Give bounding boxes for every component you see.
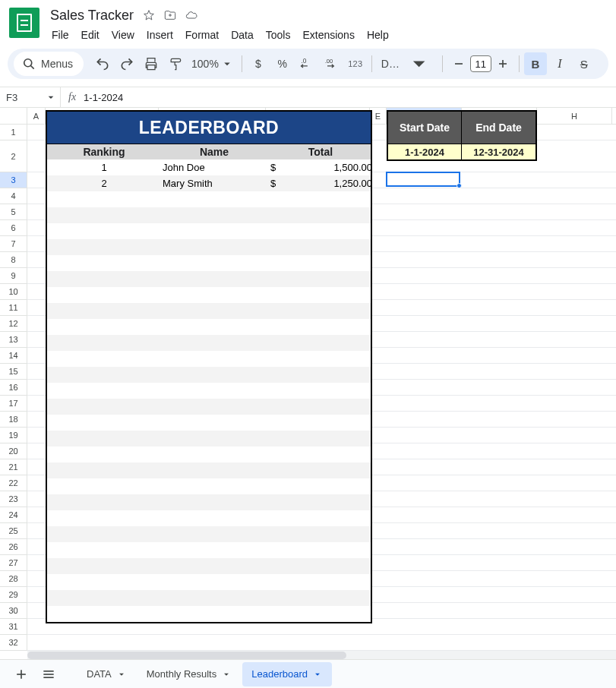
spreadsheet-grid[interactable]: ABCDEFGH 1234567891011121314151617181920… — [0, 108, 616, 658]
row-header-22[interactable]: 22 — [0, 475, 27, 491]
redo-button[interactable] — [115, 52, 138, 75]
search-menus[interactable]: Menus — [14, 52, 84, 76]
menu-tools[interactable]: Tools — [260, 26, 297, 44]
italic-button[interactable]: I — [548, 52, 571, 75]
leaderboard-row-empty[interactable] — [47, 399, 371, 415]
row-header-31[interactable]: 31 — [0, 619, 27, 635]
add-sheet-button[interactable] — [8, 662, 35, 686]
leaderboard-row-empty[interactable] — [47, 223, 371, 239]
decrease-font-button[interactable] — [447, 52, 470, 75]
leaderboard-row-empty[interactable] — [47, 239, 371, 255]
row-header-14[interactable]: 14 — [0, 348, 27, 364]
leaderboard-row-empty[interactable] — [47, 558, 371, 574]
leaderboard-row-empty[interactable] — [47, 431, 371, 447]
row-header-5[interactable]: 5 — [0, 204, 27, 220]
paint-format-button[interactable] — [164, 52, 187, 75]
leaderboard-row[interactable]: 2Mary Smith$1,250.00 — [47, 175, 371, 191]
leaderboard-row-empty[interactable] — [47, 478, 371, 494]
leaderboard-row-empty[interactable] — [47, 415, 371, 431]
row-header-4[interactable]: 4 — [0, 188, 27, 204]
row-header-20[interactable]: 20 — [0, 443, 27, 459]
row-header-1[interactable]: 1 — [0, 125, 27, 140]
menu-view[interactable]: View — [106, 26, 141, 44]
zoom-dropdown[interactable]: 100% — [188, 57, 237, 71]
column-header-E[interactable]: E — [370, 108, 387, 124]
start-date-cell[interactable]: 1-1-2024 — [388, 144, 462, 159]
leaderboard-row-empty[interactable] — [47, 574, 371, 590]
menu-insert[interactable]: Insert — [141, 26, 179, 44]
row-header-7[interactable]: 7 — [0, 236, 27, 252]
leaderboard-row-empty[interactable] — [47, 319, 371, 335]
menu-help[interactable]: Help — [361, 26, 395, 44]
increase-font-button[interactable] — [491, 52, 514, 75]
row-header-13[interactable]: 13 — [0, 332, 27, 348]
row-header-26[interactable]: 26 — [0, 539, 27, 555]
row-header-17[interactable]: 17 — [0, 396, 27, 412]
strikethrough-button[interactable]: S — [573, 52, 595, 75]
name-box[interactable]: F3 — [0, 87, 61, 107]
undo-button[interactable] — [91, 52, 114, 75]
row-header-30[interactable]: 30 — [0, 603, 27, 619]
move-icon[interactable] — [160, 5, 181, 26]
leaderboard-row-empty[interactable] — [47, 351, 371, 367]
formula-input[interactable]: 1-1-2024 — [84, 92, 123, 103]
percent-format-button[interactable]: % — [271, 52, 294, 75]
increase-decimal-button[interactable]: .00 — [320, 52, 343, 75]
leaderboard-row-empty[interactable] — [47, 542, 371, 558]
leaderboard-row-empty[interactable] — [47, 271, 371, 287]
row-header-28[interactable]: 28 — [0, 571, 27, 587]
star-icon[interactable] — [138, 5, 160, 26]
row-header-15[interactable]: 15 — [0, 364, 27, 380]
leaderboard-row-empty[interactable] — [47, 383, 371, 399]
font-size-input[interactable] — [470, 55, 491, 72]
cloud-icon[interactable] — [181, 5, 202, 26]
leaderboard-row-empty[interactable] — [47, 606, 371, 622]
row-header-2[interactable]: 2 — [0, 140, 27, 172]
leaderboard-row-empty[interactable] — [47, 526, 371, 542]
leaderboard-row-empty[interactable] — [47, 590, 371, 606]
sheet-tab-leaderboard[interactable]: Leaderboard — [242, 662, 332, 686]
menu-extensions[interactable]: Extensions — [296, 26, 360, 44]
leaderboard-row[interactable]: 1John Doe$1,500.00 — [47, 159, 371, 175]
menu-file[interactable]: File — [46, 26, 75, 44]
row-header-29[interactable]: 29 — [0, 587, 27, 603]
row-header-16[interactable]: 16 — [0, 380, 27, 396]
more-formats-button[interactable]: 123 — [344, 52, 367, 75]
leaderboard-row-empty[interactable] — [47, 191, 371, 207]
menu-format[interactable]: Format — [179, 26, 225, 44]
leaderboard-row-empty[interactable] — [47, 303, 371, 319]
menu-data[interactable]: Data — [225, 26, 260, 44]
leaderboard-row-empty[interactable] — [47, 207, 371, 223]
decrease-decimal-button[interactable]: .0 — [295, 52, 318, 75]
currency-format-button[interactable]: $ — [247, 52, 270, 75]
leaderboard-row-empty[interactable] — [47, 462, 371, 478]
sheet-tab-monthly-results[interactable]: Monthly Results — [137, 662, 241, 686]
row-header-18[interactable]: 18 — [0, 412, 27, 428]
font-family-dropdown[interactable]: Defaul... — [377, 49, 438, 77]
menu-edit[interactable]: Edit — [75, 26, 106, 44]
sheet-tab-data[interactable]: DATA — [77, 662, 136, 686]
leaderboard-row-empty[interactable] — [47, 335, 371, 351]
leaderboard-row-empty[interactable] — [47, 255, 371, 271]
row-header-3[interactable]: 3 — [0, 172, 27, 188]
column-header-A[interactable]: A — [27, 108, 46, 124]
horizontal-scrollbar[interactable] — [27, 650, 616, 659]
all-sheets-button[interactable] — [35, 662, 62, 686]
leaderboard-row-empty[interactable] — [47, 510, 371, 526]
leaderboard-row-empty[interactable] — [47, 287, 371, 303]
row-header-10[interactable]: 10 — [0, 284, 27, 300]
leaderboard-row-empty[interactable] — [47, 447, 371, 462]
sheets-logo[interactable] — [9, 8, 39, 38]
row-header-6[interactable]: 6 — [0, 220, 27, 236]
row-header-27[interactable]: 27 — [0, 555, 27, 571]
leaderboard-row-empty[interactable] — [47, 367, 371, 383]
row-header-24[interactable]: 24 — [0, 507, 27, 523]
select-all-corner[interactable] — [0, 108, 27, 124]
leaderboard-row-empty[interactable] — [47, 494, 371, 510]
row-header-11[interactable]: 11 — [0, 300, 27, 316]
bold-button[interactable]: B — [524, 52, 547, 75]
row-header-32[interactable]: 32 — [0, 635, 27, 651]
row-header-19[interactable]: 19 — [0, 428, 27, 443]
print-button[interactable] — [140, 52, 163, 75]
column-header-H[interactable]: H — [537, 108, 612, 124]
